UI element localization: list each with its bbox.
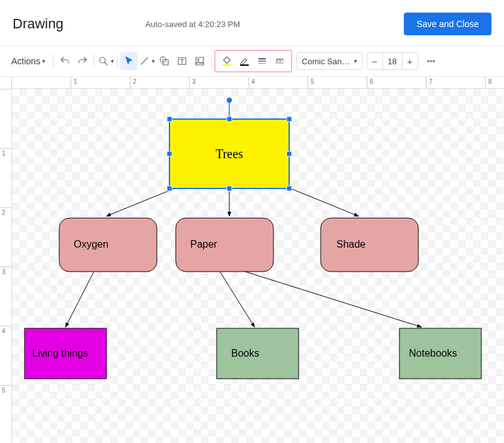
svg-point-10	[433, 60, 435, 62]
pencil-icon	[239, 55, 250, 67]
resize-handle-w[interactable]	[167, 151, 172, 156]
rotate-handle[interactable]	[227, 98, 232, 103]
font-size-stepper[interactable]: − 18 +	[367, 52, 418, 70]
image-tool[interactable]	[191, 52, 209, 70]
svg-point-8	[427, 60, 429, 62]
chevron-down-icon: ▾	[111, 58, 114, 64]
node-oxygen-label: Oxygen	[74, 239, 108, 250]
chevron-down-icon: ▾	[152, 58, 155, 64]
diagram-svg: Trees Oxygen Paper Shade Living th	[12, 89, 504, 443]
border-color-button[interactable]	[236, 52, 253, 70]
line-tool[interactable]: ▾	[138, 52, 156, 70]
save-and-close-button[interactable]: Save and Close	[404, 13, 491, 35]
actions-menu-button[interactable]: Actions ▾	[6, 52, 50, 70]
drawing-canvas[interactable]: Trees Oxygen Paper Shade Living th	[12, 89, 504, 443]
resize-handle-sw[interactable]	[167, 186, 172, 191]
font-family-select[interactable]: Comic San… ▾	[296, 52, 363, 70]
vertical-ruler	[0, 89, 12, 443]
resize-handle-e[interactable]	[287, 151, 292, 156]
resize-handle-ne[interactable]	[287, 117, 292, 122]
shape-icon	[159, 55, 170, 67]
increase-font-button[interactable]: +	[403, 53, 418, 69]
resize-handle-s[interactable]	[227, 186, 232, 191]
font-size-input[interactable]: 18	[382, 53, 403, 69]
border-dash-icon	[274, 55, 285, 67]
undo-button[interactable]	[56, 52, 74, 70]
resize-handle-nw[interactable]	[167, 117, 172, 122]
autosave-status: Auto-saved at 4:20:23 PM	[146, 20, 240, 29]
chevron-down-icon: ▾	[42, 58, 45, 64]
fill-icon	[221, 55, 232, 67]
svg-rect-6	[222, 64, 231, 66]
actions-label: Actions	[11, 56, 40, 66]
arrow[interactable]	[220, 272, 255, 327]
arrow[interactable]	[245, 272, 421, 327]
line-icon	[139, 55, 150, 67]
svg-rect-7	[240, 64, 249, 66]
separator	[211, 54, 212, 68]
node-trees-label: Trees	[215, 147, 243, 161]
redo-button[interactable]	[74, 52, 91, 70]
border-dash-button[interactable]	[271, 52, 289, 70]
image-icon	[194, 55, 205, 67]
border-weight-button[interactable]	[253, 52, 271, 70]
zoom-button[interactable]: ▾	[97, 52, 115, 70]
horizontal-ruler	[11, 77, 504, 89]
textbox-tool[interactable]	[173, 52, 191, 70]
border-weight-icon	[256, 55, 268, 67]
decrease-font-button[interactable]: −	[367, 53, 382, 69]
svg-point-5	[198, 59, 199, 60]
arrow[interactable]	[66, 272, 94, 327]
node-paper-label: Paper	[190, 239, 217, 250]
zoom-icon	[98, 55, 109, 67]
separator	[53, 54, 54, 68]
svg-point-9	[430, 60, 432, 62]
more-options-button[interactable]	[422, 52, 440, 70]
font-name-label: Comic San…	[302, 57, 350, 66]
node-notebooks-label: Notebooks	[409, 348, 457, 359]
dialog-title: Drawing	[13, 16, 64, 32]
undo-icon	[59, 55, 71, 67]
svg-point-0	[100, 57, 105, 63]
more-icon	[425, 55, 437, 67]
separator	[117, 54, 118, 68]
svg-rect-4	[196, 57, 203, 65]
chevron-down-icon: ▾	[354, 58, 357, 64]
resize-handle-se[interactable]	[287, 186, 292, 191]
textbox-icon	[176, 55, 188, 67]
resize-handle-n[interactable]	[227, 117, 232, 122]
cursor-icon	[123, 55, 135, 67]
node-shade[interactable]	[321, 218, 418, 272]
node-books-label: Books	[231, 348, 259, 359]
separator	[94, 54, 94, 68]
node-living-things-label: Living things	[32, 348, 88, 359]
redo-icon	[77, 55, 88, 67]
node-shade-label: Shade	[336, 239, 365, 250]
shape-tool[interactable]	[156, 52, 173, 70]
highlighted-formatting-group	[214, 50, 292, 72]
fill-color-button[interactable]	[218, 52, 236, 70]
select-tool[interactable]	[120, 52, 138, 70]
